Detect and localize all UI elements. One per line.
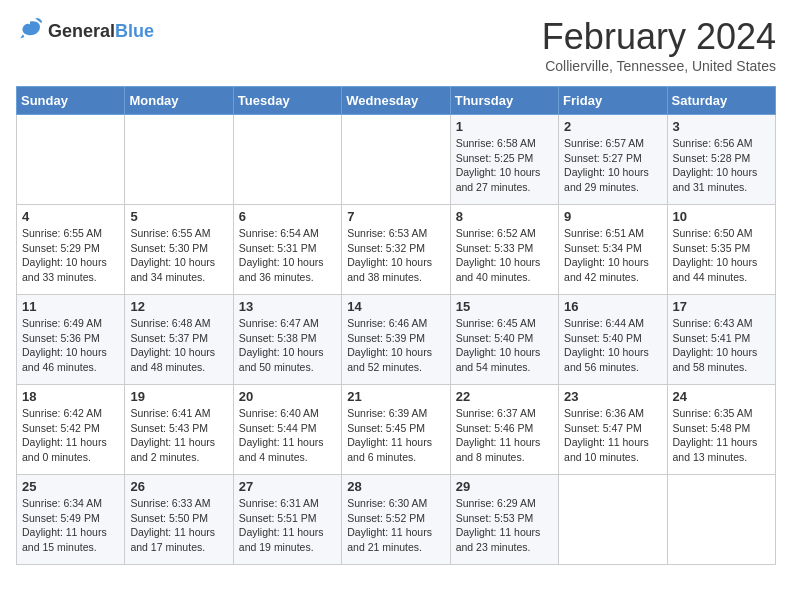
calendar-cell: 14Sunrise: 6:46 AM Sunset: 5:39 PM Dayli… bbox=[342, 295, 450, 385]
calendar-cell: 10Sunrise: 6:50 AM Sunset: 5:35 PM Dayli… bbox=[667, 205, 775, 295]
calendar-cell: 12Sunrise: 6:48 AM Sunset: 5:37 PM Dayli… bbox=[125, 295, 233, 385]
header-thursday: Thursday bbox=[450, 87, 558, 115]
day-info: Sunrise: 6:31 AM Sunset: 5:51 PM Dayligh… bbox=[239, 496, 336, 555]
calendar-cell: 9Sunrise: 6:51 AM Sunset: 5:34 PM Daylig… bbox=[559, 205, 667, 295]
header-tuesday: Tuesday bbox=[233, 87, 341, 115]
day-number: 22 bbox=[456, 389, 553, 404]
day-number: 26 bbox=[130, 479, 227, 494]
calendar-cell: 22Sunrise: 6:37 AM Sunset: 5:46 PM Dayli… bbox=[450, 385, 558, 475]
calendar-cell: 28Sunrise: 6:30 AM Sunset: 5:52 PM Dayli… bbox=[342, 475, 450, 565]
calendar-cell: 4Sunrise: 6:55 AM Sunset: 5:29 PM Daylig… bbox=[17, 205, 125, 295]
calendar-cell: 23Sunrise: 6:36 AM Sunset: 5:47 PM Dayli… bbox=[559, 385, 667, 475]
day-number: 28 bbox=[347, 479, 444, 494]
calendar-cell: 29Sunrise: 6:29 AM Sunset: 5:53 PM Dayli… bbox=[450, 475, 558, 565]
day-number: 11 bbox=[22, 299, 119, 314]
calendar-cell: 5Sunrise: 6:55 AM Sunset: 5:30 PM Daylig… bbox=[125, 205, 233, 295]
page-header: GeneralBlue February 2024 Collierville, … bbox=[16, 16, 776, 74]
calendar-cell bbox=[125, 115, 233, 205]
day-number: 13 bbox=[239, 299, 336, 314]
calendar-cell: 19Sunrise: 6:41 AM Sunset: 5:43 PM Dayli… bbox=[125, 385, 233, 475]
day-number: 5 bbox=[130, 209, 227, 224]
day-info: Sunrise: 6:39 AM Sunset: 5:45 PM Dayligh… bbox=[347, 406, 444, 465]
calendar-cell bbox=[342, 115, 450, 205]
day-info: Sunrise: 6:50 AM Sunset: 5:35 PM Dayligh… bbox=[673, 226, 770, 285]
day-number: 12 bbox=[130, 299, 227, 314]
header-sunday: Sunday bbox=[17, 87, 125, 115]
day-info: Sunrise: 6:30 AM Sunset: 5:52 PM Dayligh… bbox=[347, 496, 444, 555]
day-info: Sunrise: 6:55 AM Sunset: 5:30 PM Dayligh… bbox=[130, 226, 227, 285]
day-number: 29 bbox=[456, 479, 553, 494]
calendar-week-row: 25Sunrise: 6:34 AM Sunset: 5:49 PM Dayli… bbox=[17, 475, 776, 565]
calendar-cell bbox=[17, 115, 125, 205]
logo-text: GeneralBlue bbox=[48, 22, 154, 42]
calendar-cell: 20Sunrise: 6:40 AM Sunset: 5:44 PM Dayli… bbox=[233, 385, 341, 475]
calendar-cell: 17Sunrise: 6:43 AM Sunset: 5:41 PM Dayli… bbox=[667, 295, 775, 385]
subtitle: Collierville, Tennessee, United States bbox=[542, 58, 776, 74]
day-info: Sunrise: 6:45 AM Sunset: 5:40 PM Dayligh… bbox=[456, 316, 553, 375]
calendar-week-row: 11Sunrise: 6:49 AM Sunset: 5:36 PM Dayli… bbox=[17, 295, 776, 385]
day-info: Sunrise: 6:53 AM Sunset: 5:32 PM Dayligh… bbox=[347, 226, 444, 285]
day-number: 9 bbox=[564, 209, 661, 224]
header-friday: Friday bbox=[559, 87, 667, 115]
day-info: Sunrise: 6:33 AM Sunset: 5:50 PM Dayligh… bbox=[130, 496, 227, 555]
day-info: Sunrise: 6:52 AM Sunset: 5:33 PM Dayligh… bbox=[456, 226, 553, 285]
calendar-cell: 3Sunrise: 6:56 AM Sunset: 5:28 PM Daylig… bbox=[667, 115, 775, 205]
day-info: Sunrise: 6:54 AM Sunset: 5:31 PM Dayligh… bbox=[239, 226, 336, 285]
logo-icon bbox=[16, 16, 44, 44]
logo: GeneralBlue bbox=[16, 16, 154, 48]
day-number: 8 bbox=[456, 209, 553, 224]
calendar-cell: 26Sunrise: 6:33 AM Sunset: 5:50 PM Dayli… bbox=[125, 475, 233, 565]
day-info: Sunrise: 6:44 AM Sunset: 5:40 PM Dayligh… bbox=[564, 316, 661, 375]
calendar-cell bbox=[233, 115, 341, 205]
day-number: 25 bbox=[22, 479, 119, 494]
calendar-cell: 18Sunrise: 6:42 AM Sunset: 5:42 PM Dayli… bbox=[17, 385, 125, 475]
calendar-cell: 2Sunrise: 6:57 AM Sunset: 5:27 PM Daylig… bbox=[559, 115, 667, 205]
calendar-cell: 1Sunrise: 6:58 AM Sunset: 5:25 PM Daylig… bbox=[450, 115, 558, 205]
calendar-week-row: 18Sunrise: 6:42 AM Sunset: 5:42 PM Dayli… bbox=[17, 385, 776, 475]
day-info: Sunrise: 6:43 AM Sunset: 5:41 PM Dayligh… bbox=[673, 316, 770, 375]
day-number: 3 bbox=[673, 119, 770, 134]
day-number: 1 bbox=[456, 119, 553, 134]
day-info: Sunrise: 6:29 AM Sunset: 5:53 PM Dayligh… bbox=[456, 496, 553, 555]
day-number: 21 bbox=[347, 389, 444, 404]
calendar-table: SundayMondayTuesdayWednesdayThursdayFrid… bbox=[16, 86, 776, 565]
day-info: Sunrise: 6:36 AM Sunset: 5:47 PM Dayligh… bbox=[564, 406, 661, 465]
calendar-week-row: 1Sunrise: 6:58 AM Sunset: 5:25 PM Daylig… bbox=[17, 115, 776, 205]
day-info: Sunrise: 6:47 AM Sunset: 5:38 PM Dayligh… bbox=[239, 316, 336, 375]
header-wednesday: Wednesday bbox=[342, 87, 450, 115]
day-info: Sunrise: 6:41 AM Sunset: 5:43 PM Dayligh… bbox=[130, 406, 227, 465]
day-number: 17 bbox=[673, 299, 770, 314]
calendar-header-row: SundayMondayTuesdayWednesdayThursdayFrid… bbox=[17, 87, 776, 115]
day-number: 10 bbox=[673, 209, 770, 224]
day-number: 7 bbox=[347, 209, 444, 224]
calendar-cell bbox=[559, 475, 667, 565]
day-number: 2 bbox=[564, 119, 661, 134]
header-monday: Monday bbox=[125, 87, 233, 115]
month-title: February 2024 bbox=[542, 16, 776, 58]
calendar-cell: 15Sunrise: 6:45 AM Sunset: 5:40 PM Dayli… bbox=[450, 295, 558, 385]
day-info: Sunrise: 6:46 AM Sunset: 5:39 PM Dayligh… bbox=[347, 316, 444, 375]
calendar-cell: 21Sunrise: 6:39 AM Sunset: 5:45 PM Dayli… bbox=[342, 385, 450, 475]
calendar-cell: 13Sunrise: 6:47 AM Sunset: 5:38 PM Dayli… bbox=[233, 295, 341, 385]
day-number: 4 bbox=[22, 209, 119, 224]
day-number: 16 bbox=[564, 299, 661, 314]
calendar-cell: 7Sunrise: 6:53 AM Sunset: 5:32 PM Daylig… bbox=[342, 205, 450, 295]
day-number: 24 bbox=[673, 389, 770, 404]
day-info: Sunrise: 6:40 AM Sunset: 5:44 PM Dayligh… bbox=[239, 406, 336, 465]
day-number: 15 bbox=[456, 299, 553, 314]
calendar-cell: 24Sunrise: 6:35 AM Sunset: 5:48 PM Dayli… bbox=[667, 385, 775, 475]
day-info: Sunrise: 6:49 AM Sunset: 5:36 PM Dayligh… bbox=[22, 316, 119, 375]
day-info: Sunrise: 6:37 AM Sunset: 5:46 PM Dayligh… bbox=[456, 406, 553, 465]
day-info: Sunrise: 6:48 AM Sunset: 5:37 PM Dayligh… bbox=[130, 316, 227, 375]
calendar-cell bbox=[667, 475, 775, 565]
day-info: Sunrise: 6:56 AM Sunset: 5:28 PM Dayligh… bbox=[673, 136, 770, 195]
calendar-week-row: 4Sunrise: 6:55 AM Sunset: 5:29 PM Daylig… bbox=[17, 205, 776, 295]
day-number: 6 bbox=[239, 209, 336, 224]
day-info: Sunrise: 6:58 AM Sunset: 5:25 PM Dayligh… bbox=[456, 136, 553, 195]
calendar-cell: 25Sunrise: 6:34 AM Sunset: 5:49 PM Dayli… bbox=[17, 475, 125, 565]
day-number: 18 bbox=[22, 389, 119, 404]
day-number: 27 bbox=[239, 479, 336, 494]
day-info: Sunrise: 6:42 AM Sunset: 5:42 PM Dayligh… bbox=[22, 406, 119, 465]
day-info: Sunrise: 6:35 AM Sunset: 5:48 PM Dayligh… bbox=[673, 406, 770, 465]
day-number: 14 bbox=[347, 299, 444, 314]
